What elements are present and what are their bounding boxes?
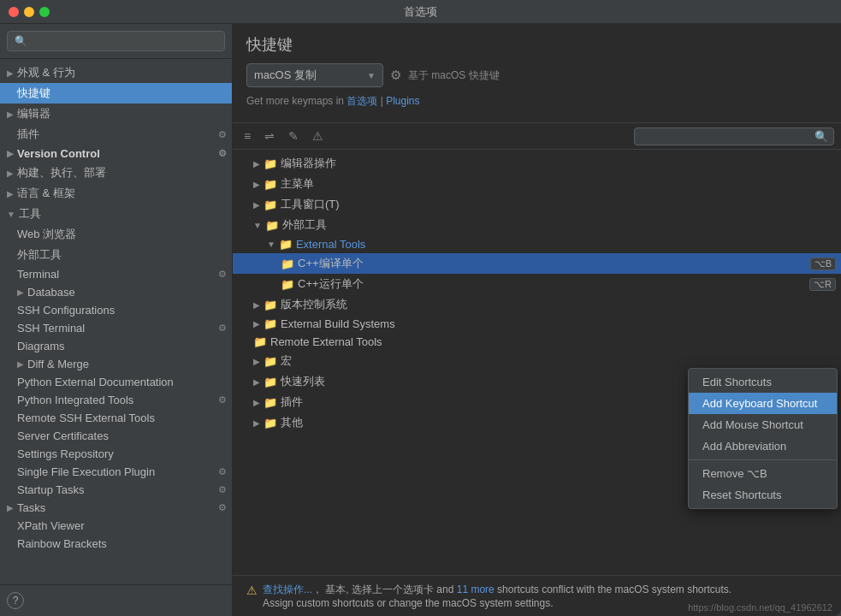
sidebar-item-startup[interactable]: Startup Tasks ⚙ — [0, 481, 232, 499]
sidebar-item-label: 插件 — [17, 127, 39, 142]
modified-shortcuts-icon[interactable]: ⇌ — [260, 127, 279, 145]
sidebar-item-xpath[interactable]: XPath Viewer — [0, 517, 232, 535]
sidebar-item-diff-merge[interactable]: ▶ Diff & Merge — [0, 355, 232, 373]
plugins-link[interactable]: Plugins — [386, 95, 419, 107]
ctx-reset[interactable]: Reset Shortcuts — [689, 484, 837, 506]
collapse-icon: ▼ — [253, 221, 262, 230]
sidebar-item-single-file[interactable]: Single File Execution Plugin ⚙ — [0, 463, 232, 481]
warning-filter-icon[interactable]: ⚠ — [308, 127, 328, 145]
ctx-remove[interactable]: Remove ⌥B — [689, 463, 837, 484]
keymap-select[interactable]: macOS 复制 ▼ — [246, 63, 383, 87]
sidebar-item-plugins[interactable]: 插件 ⚙ — [0, 124, 232, 145]
sidebar-item-label: 编辑器 — [17, 106, 50, 121]
folder-icon: 📁 — [279, 238, 293, 251]
sidebar-item-diagrams[interactable]: Diagrams — [0, 337, 232, 355]
sidebar-item-label: 构建、执行、部署 — [17, 165, 106, 181]
shortcut-badge: ⌥R — [809, 278, 836, 291]
tree-row-ext-build[interactable]: ▶ 📁 External Build Systems — [233, 315, 841, 333]
sidebar-item-lang[interactable]: ▶ 语言 & 框架 — [0, 183, 232, 204]
sidebar-item-ssh-configs[interactable]: SSH Configurations — [0, 301, 232, 319]
tree-row-label: 版本控制系统 — [281, 297, 347, 312]
sidebar-item-label: 语言 & 框架 — [17, 186, 75, 201]
content-panel: 快捷键 macOS 复制 ▼ ⚙ 基于 macOS 快捷键 Get more k… — [233, 24, 841, 616]
sidebar-item-external-tools[interactable]: 外部工具 — [0, 245, 232, 265]
tree-row-vcs[interactable]: ▶ 📁 版本控制系统 — [233, 294, 841, 315]
tree-row-label: 插件 — [281, 394, 303, 410]
arrow-icon: ▶ — [7, 503, 14, 512]
tree-row-remote-ext[interactable]: 📁 Remote External Tools — [233, 333, 841, 351]
tree-row-cpp-run[interactable]: 📁 C++运行单个 ⌥R — [233, 274, 841, 294]
more-conflicts-link[interactable]: 11 more — [457, 583, 495, 595]
folder-icon: 📁 — [253, 335, 267, 348]
tree-row-cpp-compile[interactable]: 📁 C++编译单个 ⌥B — [233, 253, 841, 274]
sidebar-search-input[interactable] — [7, 31, 225, 51]
minimize-button[interactable] — [24, 7, 34, 17]
sidebar-item-label: Python External Documentation — [17, 376, 174, 388]
edit-icon[interactable]: ✎ — [284, 127, 303, 145]
badge-icon: ⚙ — [218, 394, 227, 406]
tree-row-label: 工具窗口(T) — [281, 197, 340, 212]
badge-icon: ⚙ — [218, 484, 227, 495]
sidebar-item-rainbow[interactable]: Rainbow Brackets — [0, 535, 232, 553]
collapse-icon: ▶ — [253, 300, 260, 310]
ctx-add-keyboard[interactable]: Add Keyboard Shortcut — [689, 393, 837, 414]
window-controls — [9, 7, 50, 17]
find-action-link[interactable]: 查找操作... — [263, 583, 312, 595]
keymap-description: 基于 macOS 快捷键 — [408, 68, 500, 83]
tree-row-tool-windows[interactable]: ▶ 📁 工具窗口(T) — [233, 194, 841, 215]
folder-icon: 📁 — [264, 355, 277, 368]
close-button[interactable] — [9, 7, 19, 17]
tree-row-external-tools[interactable]: ▼ 📁 外部工具 — [233, 215, 841, 235]
keymap-settings-icon[interactable]: ⚙ — [390, 68, 401, 83]
sidebar-item-tools[interactable]: ▼ 工具 — [0, 204, 232, 224]
sidebar-item-label: XPath Viewer — [17, 519, 85, 532]
search-icon: 🔍 — [814, 130, 828, 143]
badge-icon: ⚙ — [218, 148, 227, 159]
sidebar-item-py-tools[interactable]: Python Integrated Tools ⚙ — [0, 391, 232, 409]
sidebar-item-label: 外观 & 行为 — [17, 65, 75, 80]
sidebar-item-settings-repo[interactable]: Settings Repository — [0, 445, 232, 463]
sidebar-item-version-control[interactable]: ▶ Version Control ⚙ — [0, 145, 232, 163]
ctx-edit-shortcuts[interactable]: Edit Shortcuts — [689, 371, 837, 393]
sidebar-item-keymap[interactable]: 快捷键 — [0, 83, 232, 104]
folder-icon: 📁 — [264, 198, 277, 211]
sidebar-item-server-certs[interactable]: Server Certificates — [0, 427, 232, 445]
ctx-add-mouse[interactable]: Add Mouse Shortcut — [689, 414, 837, 435]
collapse-icon: ▶ — [253, 377, 260, 387]
shortcut-search-input[interactable] — [640, 130, 811, 142]
sidebar-item-web-browser[interactable]: Web 浏览器 — [0, 224, 232, 245]
sidebar-item-label: Database — [27, 286, 75, 299]
maximize-button[interactable] — [39, 7, 50, 17]
badge-icon: ⚙ — [218, 269, 227, 280]
sidebar-item-label: Remote SSH External Tools — [17, 412, 155, 424]
preferences-link[interactable]: 首选项 — [346, 95, 377, 107]
tree-row-main-menu[interactable]: ▶ 📁 主菜单 — [233, 174, 841, 194]
ctx-add-abbreviation[interactable]: Add Abbreviation — [689, 435, 837, 457]
all-shortcuts-icon[interactable]: ≡ — [240, 127, 255, 145]
tree-row-label: 快速列表 — [281, 374, 325, 389]
window-title: 首选项 — [404, 4, 437, 20]
tree-row-label: 编辑器操作 — [281, 156, 336, 171]
badge-icon: ⚙ — [218, 502, 227, 513]
sidebar-item-build[interactable]: ▶ 构建、执行、部署 — [0, 163, 232, 183]
arrow-icon: ▶ — [17, 359, 24, 369]
tree-row-label: 主菜单 — [281, 176, 314, 192]
sidebar-item-tasks[interactable]: ▶ Tasks ⚙ — [0, 499, 232, 517]
sidebar-item-py-ext-doc[interactable]: Python External Documentation — [0, 373, 232, 391]
tree-row-external-tools-sub[interactable]: ▼ 📁 External Tools — [233, 235, 841, 253]
folder-icon: 📁 — [264, 376, 277, 388]
help-button[interactable]: ? — [7, 592, 24, 609]
keymap-value: macOS 复制 — [254, 68, 317, 83]
watermark: https://blog.csdn.net/qq_41962612 — [688, 602, 832, 613]
sidebar-item-label: 外部工具 — [17, 247, 62, 263]
arrow-icon: ▶ — [7, 169, 14, 178]
sidebar-item-terminal[interactable]: Terminal ⚙ — [0, 265, 232, 283]
sidebar-item-remote-ssh[interactable]: Remote SSH External Tools — [0, 409, 232, 427]
sidebar-item-editor[interactable]: ▶ 编辑器 — [0, 104, 232, 124]
sidebar-item-appearance[interactable]: ▶ 外观 & 行为 — [0, 62, 232, 83]
arrow-icon: ▼ — [7, 210, 15, 219]
folder-icon: 📁 — [264, 157, 277, 170]
sidebar-item-ssh-terminal[interactable]: SSH Terminal ⚙ — [0, 319, 232, 337]
sidebar-item-database[interactable]: ▶ Database — [0, 283, 232, 301]
tree-row-editor-ops[interactable]: ▶ 📁 编辑器操作 — [233, 153, 841, 174]
